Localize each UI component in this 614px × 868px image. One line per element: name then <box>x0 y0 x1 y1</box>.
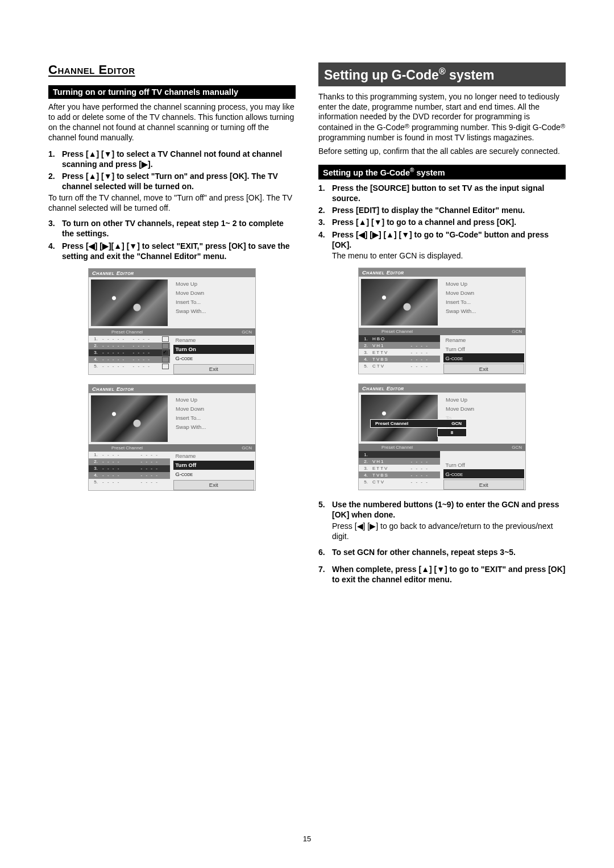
ui-title: Channel Editor <box>89 269 255 277</box>
ui-title: Channel Editor <box>359 384 525 393</box>
section-title: Channel Editor <box>48 62 296 77</box>
menu-turn-on: Turn On <box>173 345 255 354</box>
page-number: 15 <box>0 834 614 843</box>
step-5: Use the numbered buttons (1~9) to enter … <box>318 499 566 541</box>
ui-side-menu: Move Up Move Down Insert To... Swap With… <box>170 277 255 328</box>
ui-preview-image <box>361 279 438 326</box>
intro-paragraph: After you have performed the channel sca… <box>48 102 296 143</box>
ui-side-menu-2: Rename Turn On G-code Exit <box>170 336 256 374</box>
menu-insert-to: Insert To... <box>173 298 254 307</box>
ui-title: Channel Editor <box>359 268 525 277</box>
step-7: When complete, press [▲] [▼] to go to "E… <box>318 564 566 585</box>
step-1: Press [▲] [▼] to select a TV Channel not… <box>48 149 296 169</box>
menu-gcode-selected: G-code <box>443 353 525 362</box>
step-2: Press [EDIT] to display the "Channel Edi… <box>318 205 566 215</box>
right-column: Setting up G-Code® system Thanks to this… <box>318 62 566 587</box>
step-6: To set GCN for other channels, repeat st… <box>318 547 566 557</box>
ui-side-menu-2: Rename Turn Off G-code Exit <box>440 335 526 374</box>
menu-gcode: G-code <box>173 354 255 363</box>
ui-table-header: Preset ChannelGCN <box>89 444 255 452</box>
ui-channel-list: 1.- - - - -- - - - 2.- - - - -- - - - 3.… <box>89 336 170 374</box>
step-1: Press the [SOURCE] button to set TV as t… <box>318 183 566 203</box>
left-steps-cont: To turn on other TV channels, repeat ste… <box>48 218 296 261</box>
menu-move-down: Move Down <box>173 289 254 298</box>
step-2: Press [▲] [▼] to select "Turn on" and pr… <box>48 171 296 191</box>
intro-paragraph-2: Before setting up, confirm that the all … <box>318 147 566 157</box>
ui-channel-list: 1.- - - -- - - - 2.- - - -- - - - 3.- - … <box>89 452 170 490</box>
ui-table-header: Preset ChannelGCN <box>359 444 525 451</box>
ui-preview-image <box>361 395 438 441</box>
intro-paragraph-1: Thanks to this programming system, you n… <box>318 92 566 144</box>
note-after-step2: To turn off the TV channel, move to "Tur… <box>48 193 296 214</box>
sub-title-bar: Turning on or turning off TV channels ma… <box>48 85 296 99</box>
ui-side-menu: Move Up Move Down Insert To... Swap With… <box>440 277 525 328</box>
ui-preview-image <box>91 395 168 442</box>
ui-channel-list: 1. 2.VH1- - - - 3.ETTV- - - - 4.TVBS- - … <box>359 451 440 490</box>
step-3: Press [▲] [▼] to go to a channel and pre… <box>318 217 566 227</box>
menu-swap-with: Swap With... <box>173 307 254 316</box>
ui-table-header: Preset ChannelGCN <box>359 328 525 335</box>
ui-channel-list: 1.HBO 2.VH1- - - - 3.ETTV- - - - 4.TVBS-… <box>359 335 440 374</box>
step-4: Press [◀] [▶][▲] [▼] to select "EXIT," p… <box>48 241 296 261</box>
left-steps: Press [▲] [▼] to select a TV Channel not… <box>48 149 296 192</box>
step-3: To turn on other TV channels, repeat ste… <box>48 218 296 239</box>
ui-screenshot-gcn-input: Channel Editor Move Up Move Down To... W… <box>358 383 526 490</box>
gcn-overlay-header: Preset CnannelGCN <box>370 419 467 428</box>
menu-turn-off: Turn Off <box>173 461 255 470</box>
menu-move-up: Move Up <box>173 279 254 289</box>
left-column: Channel Editor Turning on or turning off… <box>48 62 296 587</box>
ui-title: Channel Editor <box>89 385 255 393</box>
right-steps-cont: Use the numbered buttons (1~9) to enter … <box>318 499 566 585</box>
ui-screenshot-gcode-select: Channel Editor Move Up Move Down Insert … <box>358 268 526 374</box>
gcn-overlay-value: 8 <box>437 428 467 437</box>
menu-rename: Rename <box>173 336 255 345</box>
ui-table-header: Preset ChannelGCN <box>89 328 255 336</box>
step-4: Press [◀] [▶] [▲] [▼] to go to "G-Code" … <box>318 229 566 261</box>
ui-side-menu: Move Up Move Down Insert To... Swap With… <box>170 393 255 444</box>
menu-exit: Exit <box>173 364 255 374</box>
ui-preview-image <box>91 279 168 326</box>
ui-screenshot-turn-on: Channel Editor Move Up Move Down Insert … <box>88 268 256 375</box>
ui-side-menu-2: Turn Off G-code Exit <box>440 451 526 490</box>
sub-title-bar-right: Setting up the G-Code® system <box>318 165 566 180</box>
right-steps: Press the [SOURCE] button to set TV as t… <box>318 183 566 261</box>
hero-title: Setting up G-Code® system <box>318 62 566 86</box>
ui-side-menu-2: Rename Turn Off G-code Exit <box>170 452 256 490</box>
ui-screenshot-turn-off: Channel Editor Move Up Move Down Insert … <box>88 384 256 491</box>
